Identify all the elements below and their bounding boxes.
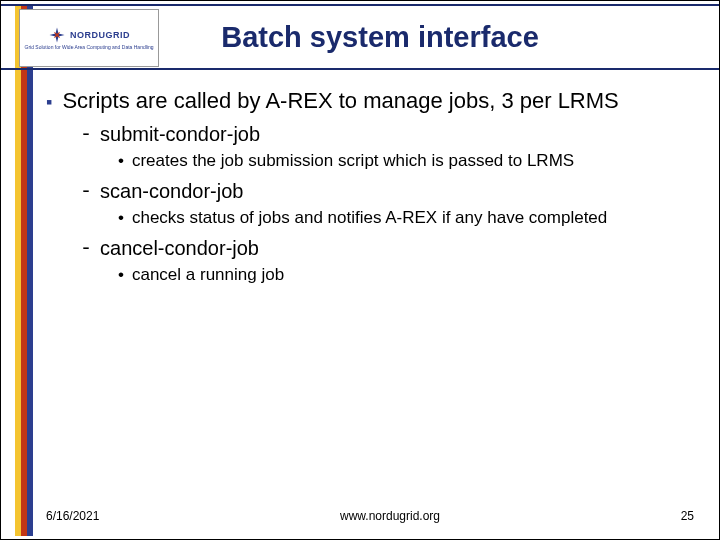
logo-box: NORDUGRID Grid Solution for Wide Area Co…	[19, 9, 159, 67]
slide: NORDUGRID Grid Solution for Wide Area Co…	[0, 0, 720, 540]
script-name: scan-condor-job	[100, 180, 243, 203]
script-desc: creates the job submission script which …	[132, 150, 574, 172]
script-desc: checks status of jobs and notifies A-REX…	[132, 207, 607, 229]
left-color-stripes	[15, 4, 33, 536]
dash-bullet: -	[80, 180, 92, 203]
script-name: cancel-condor-job	[100, 237, 259, 260]
footer-page-number: 25	[681, 509, 694, 523]
bullet-level2: - scan-condor-job	[80, 180, 699, 203]
dot-bullet: •	[118, 207, 124, 229]
dash-bullet: -	[80, 123, 92, 146]
script-desc: cancel a running job	[132, 264, 284, 286]
footer-url: www.nordugrid.org	[99, 509, 680, 523]
main-point-text: Scripts are called by A-REX to manage jo…	[62, 87, 618, 115]
script-name: submit-condor-job	[100, 123, 260, 146]
header-bar: NORDUGRID Grid Solution for Wide Area Co…	[1, 4, 719, 70]
bullet-level2: - submit-condor-job	[80, 123, 699, 146]
content-area: ▪ Scripts are called by A-REX to manage …	[46, 87, 699, 489]
dash-bullet: -	[80, 237, 92, 260]
bullet-level3: • creates the job submission script whic…	[118, 150, 699, 172]
footer: 6/16/2021 www.nordugrid.org 25	[46, 509, 694, 523]
dot-bullet: •	[118, 150, 124, 172]
dot-bullet: •	[118, 264, 124, 286]
logo-top: NORDUGRID	[48, 26, 130, 44]
bullet-level3: • checks status of jobs and notifies A-R…	[118, 207, 699, 229]
bullet-level2: - cancel-condor-job	[80, 237, 699, 260]
bullet-level3: • cancel a running job	[118, 264, 699, 286]
footer-date: 6/16/2021	[46, 509, 99, 523]
square-bullet-icon: ▪	[46, 91, 52, 115]
logo-tagline: Grid Solution for Wide Area Computing an…	[25, 45, 154, 51]
stripe-blue	[27, 4, 33, 536]
compass-star-icon	[48, 26, 66, 44]
bullet-level1: ▪ Scripts are called by A-REX to manage …	[46, 87, 699, 115]
logo-brand-text: NORDUGRID	[70, 30, 130, 40]
